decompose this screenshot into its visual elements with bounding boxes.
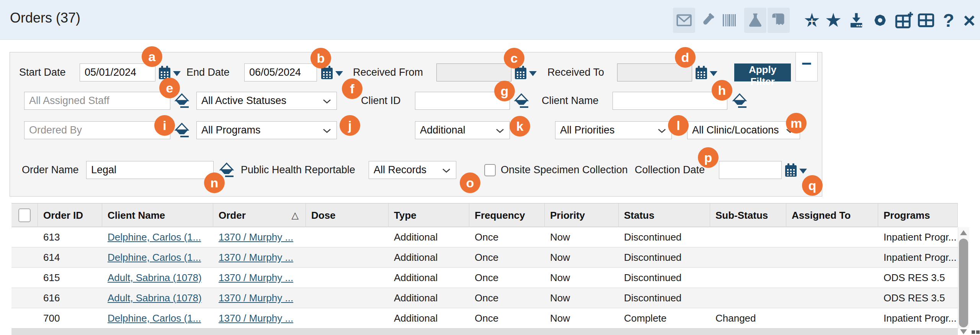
horizontal-scrollbar-track[interactable] bbox=[11, 328, 958, 335]
cell-client-name: Delphine, Carlos (1... bbox=[102, 252, 213, 263]
cell-priority: Now bbox=[545, 312, 619, 324]
cell-priority: Now bbox=[545, 292, 619, 304]
client-name-link[interactable]: Delphine, Carlos (1... bbox=[108, 312, 201, 324]
priorities-select[interactable]: All Priorities bbox=[555, 121, 672, 139]
collapse-filter-button[interactable]: − bbox=[795, 52, 818, 81]
table-row: 616 Adult, Sabrina (1078) 1370 / Murphy … bbox=[11, 288, 958, 308]
order-link[interactable]: 1370 / Murphy ... bbox=[219, 252, 293, 263]
orders-screen: Orders (37) bbox=[0, 0, 980, 335]
download-icon[interactable] bbox=[845, 8, 867, 33]
specimen-pen-icon[interactable] bbox=[696, 8, 719, 33]
table-row: 613 Delphine, Carlos (1... 1370 / Murphy… bbox=[11, 227, 958, 247]
cell-frequency: Once bbox=[469, 312, 545, 324]
col-sub-status[interactable]: Sub-Status bbox=[710, 203, 786, 227]
client-name-link[interactable]: Adult, Sabrina (1078) bbox=[108, 272, 202, 283]
clear-client-name-icon[interactable] bbox=[732, 93, 747, 109]
cell-order-id: 613 bbox=[38, 231, 102, 243]
select-all-checkbox[interactable] bbox=[18, 208, 31, 222]
scroll-up-icon[interactable] bbox=[960, 230, 967, 235]
annotation-n: n bbox=[204, 172, 225, 193]
clear-client-id-icon[interactable] bbox=[514, 93, 529, 109]
col-type[interactable]: Type bbox=[389, 203, 469, 227]
assigned-staff-input[interactable] bbox=[24, 92, 170, 110]
clear-ordered-by-icon[interactable] bbox=[174, 122, 189, 138]
grid-icon-svg bbox=[918, 13, 934, 28]
close-icon[interactable]: × bbox=[958, 8, 980, 33]
annotation-b: b bbox=[310, 48, 331, 68]
collection-date-input[interactable] bbox=[719, 161, 782, 179]
annotation-a: a bbox=[142, 46, 162, 67]
cell-programs: ODS RES 3.5 bbox=[878, 272, 958, 284]
cell-client-name: Delphine, Carlos (1... bbox=[102, 312, 213, 324]
report-scroll-icon[interactable] bbox=[768, 8, 790, 33]
ordered-by-input[interactable] bbox=[24, 121, 170, 139]
col-assigned-to[interactable]: Assigned To bbox=[786, 203, 878, 227]
start-date-caret-icon[interactable] bbox=[173, 71, 181, 76]
barcode-icon[interactable] bbox=[718, 8, 740, 33]
programs-select[interactable]: All Programs bbox=[196, 121, 337, 139]
cell-order: 1370 / Murphy ... bbox=[213, 272, 306, 284]
order-link[interactable]: 1370 / Murphy ... bbox=[219, 272, 293, 283]
public-health-reportable-select[interactable]: All Records bbox=[369, 161, 456, 179]
annotation-m: m bbox=[786, 113, 807, 133]
client-name-link[interactable]: Adult, Sabrina (1078) bbox=[108, 292, 202, 304]
settings-gear-icon[interactable] bbox=[869, 8, 891, 33]
table-row: 700 Delphine, Carlos (1... 1370 / Murphy… bbox=[11, 308, 958, 328]
onsite-specimen-collection-checkbox[interactable] bbox=[484, 164, 496, 176]
grid-add-icon[interactable] bbox=[893, 8, 915, 33]
grid-icon[interactable] bbox=[915, 8, 937, 33]
clinic-locations-select[interactable]: All Clinic/Locations bbox=[687, 121, 800, 139]
star-favorite-icon[interactable]: ★ bbox=[822, 8, 844, 33]
vertical-scrollbar-thumb[interactable] bbox=[959, 239, 968, 327]
report-scroll-icon-svg bbox=[771, 13, 786, 28]
star-add-icon[interactable]: ★ + bbox=[801, 8, 823, 33]
received-to-calendar-icon[interactable] bbox=[695, 66, 707, 80]
end-date-input[interactable] bbox=[244, 63, 317, 81]
help-icon[interactable]: ? bbox=[938, 8, 960, 33]
collection-date-label: Collection Date bbox=[635, 161, 705, 179]
cell-frequency: Once bbox=[469, 231, 545, 243]
order-link[interactable]: 1370 / Murphy ... bbox=[219, 231, 293, 243]
order-type-select[interactable]: Additional bbox=[415, 121, 510, 139]
col-programs[interactable]: Programs bbox=[878, 203, 958, 227]
client-name-link[interactable]: Delphine, Carlos (1... bbox=[108, 252, 201, 263]
col-dose[interactable]: Dose bbox=[306, 203, 389, 227]
col-status[interactable]: Status bbox=[619, 203, 710, 227]
order-name-input[interactable] bbox=[86, 161, 214, 179]
apply-filter-button[interactable]: Apply Filter bbox=[734, 63, 791, 81]
cell-programs: Inpatient Progr... bbox=[878, 231, 958, 243]
collection-date-calendar-icon[interactable] bbox=[785, 163, 797, 177]
cell-client-name: Delphine, Carlos (1... bbox=[102, 231, 213, 243]
chevron-down-icon bbox=[323, 95, 331, 107]
page-title: Orders (37) bbox=[10, 10, 80, 26]
scroll-down-icon[interactable] bbox=[960, 329, 967, 334]
col-order[interactable]: Order △ bbox=[213, 203, 306, 227]
table-header-row: Order ID Client Name Order △ Dose Type F… bbox=[11, 203, 958, 227]
order-link[interactable]: 1370 / Murphy ... bbox=[219, 312, 293, 324]
end-date-caret-icon[interactable] bbox=[335, 71, 343, 76]
collection-date-caret-icon[interactable] bbox=[799, 169, 807, 174]
cell-priority: Now bbox=[545, 252, 619, 263]
cell-order: 1370 / Murphy ... bbox=[213, 231, 306, 243]
col-client-name[interactable]: Client Name bbox=[102, 203, 213, 227]
col-order-id[interactable]: Order ID bbox=[38, 203, 102, 227]
client-name-link[interactable]: Delphine, Carlos (1... bbox=[108, 231, 201, 243]
chevron-down-icon bbox=[496, 124, 504, 136]
received-from-caret-icon[interactable] bbox=[529, 71, 537, 76]
annotation-k: k bbox=[510, 116, 530, 137]
annotation-l: l bbox=[668, 115, 689, 136]
minus-icon: − bbox=[802, 52, 812, 81]
mail-icon-svg bbox=[676, 14, 692, 27]
active-statuses-select[interactable]: All Active Statuses bbox=[196, 92, 337, 110]
col-priority[interactable]: Priority bbox=[545, 203, 619, 227]
col-frequency[interactable]: Frequency bbox=[469, 203, 545, 227]
mail-icon[interactable] bbox=[673, 8, 695, 33]
cell-sub-status: Changed bbox=[710, 312, 786, 324]
order-link[interactable]: 1370 / Murphy ... bbox=[219, 292, 293, 304]
cell-type: Additional bbox=[389, 312, 469, 324]
client-name-input[interactable] bbox=[612, 92, 727, 110]
received-to-caret-icon[interactable] bbox=[710, 71, 717, 76]
download-icon-svg bbox=[848, 12, 864, 28]
start-date-input[interactable] bbox=[80, 63, 155, 81]
lab-flask-icon[interactable] bbox=[744, 8, 766, 33]
